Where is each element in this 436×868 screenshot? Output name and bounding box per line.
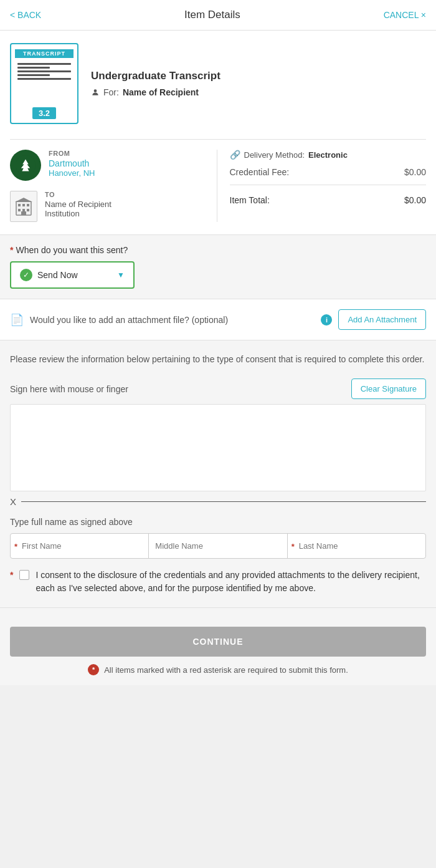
consent-checkbox[interactable] [19, 570, 29, 580]
send-now-label: Send Now [37, 270, 78, 280]
building-icon [10, 191, 37, 222]
svg-rect-4 [22, 204, 25, 206]
to-institution: Institution [45, 209, 111, 218]
required-note-star-icon: * [88, 664, 99, 675]
page-title: Item Details [184, 9, 240, 21]
consent-intro: Please review the information below pert… [10, 353, 426, 366]
last-name-input[interactable] [288, 534, 425, 558]
info-icon[interactable]: i [321, 314, 332, 326]
svg-rect-8 [27, 209, 29, 211]
delivery-label: Delivery Method: [244, 150, 305, 160]
middle-name-field[interactable] [149, 534, 287, 558]
send-when-label: When do you want this sent? [16, 245, 128, 255]
transcript-icon-title: TRANSCRIPT [15, 49, 73, 58]
transcript-line [17, 78, 71, 80]
item-total-value: $0.00 [404, 195, 426, 205]
item-title: Undergraduate Transcript [91, 70, 220, 82]
bottom-section: CONTINUE * All items marked with a red a… [0, 608, 436, 685]
svg-point-0 [94, 89, 97, 92]
svg-rect-9 [21, 211, 26, 215]
consent-required-star: * [10, 570, 13, 580]
svg-rect-6 [18, 209, 21, 211]
send-when-dropdown[interactable]: ✓ Send Now ▼ [10, 261, 135, 289]
signature-area: Sign here with mouse or finger Clear Sig… [10, 379, 426, 517]
first-name-input[interactable] [11, 534, 148, 558]
name-label: Type full name as signed above [10, 517, 426, 527]
consent-check-row: * I consent to the disclosure of the cre… [10, 569, 426, 595]
item-info: Undergraduate Transcript For: Name of Re… [91, 70, 220, 97]
clear-signature-button[interactable]: Clear Signature [351, 379, 426, 399]
signature-line [21, 501, 426, 502]
check-circle-icon: ✓ [20, 269, 32, 281]
transcript-icon: TRANSCRIPT 3.2 [10, 43, 78, 124]
attachment-section: 📄 Would you like to add an attachment fi… [0, 299, 436, 340]
transcript-badge: 3.2 [32, 107, 56, 119]
credential-fee-label: Credential Fee: [230, 167, 290, 177]
delivery-icon: 🔗 [230, 150, 240, 160]
middle-name-input[interactable] [149, 534, 287, 558]
from-location: Hanover, NH [49, 168, 95, 178]
cancel-button[interactable]: CANCEL × [384, 10, 426, 20]
svg-rect-7 [22, 209, 25, 211]
last-name-field[interactable]: * [288, 534, 425, 558]
svg-rect-3 [18, 204, 21, 206]
sign-instruction: Sign here with mouse or finger [10, 384, 128, 394]
required-note-text: All items marked with a red asterisk are… [104, 665, 348, 675]
recipient-name: Name of Recipient [123, 87, 199, 97]
credential-fee-value: $0.00 [404, 167, 426, 177]
svg-marker-10 [15, 198, 32, 202]
send-when-section: * When do you want this sent? ✓ Send Now… [0, 234, 436, 299]
chevron-down-icon: ▼ [117, 271, 125, 279]
dartmouth-logo [10, 150, 41, 181]
transcript-line [17, 67, 50, 69]
transcript-line [17, 74, 50, 76]
first-name-required-star: * [14, 541, 17, 551]
transcript-line [17, 70, 71, 72]
last-name-required-star: * [291, 541, 295, 551]
delivery-value: Electronic [308, 150, 348, 160]
add-attachment-button[interactable]: Add An Attachment [338, 309, 426, 330]
signature-x: X [10, 496, 16, 507]
consent-text: I consent to the disclosure of the crede… [36, 569, 426, 595]
back-button[interactable]: < BACK [10, 10, 41, 20]
item-total-label: Item Total: [230, 195, 270, 205]
transcript-line [17, 63, 71, 65]
name-fields: * * [10, 533, 426, 559]
to-label: TO [45, 191, 111, 198]
to-name: Name of Recipient [45, 200, 111, 209]
consent-section: Please review the information below pert… [0, 340, 436, 608]
svg-rect-5 [27, 204, 29, 206]
attachment-icon: 📄 [10, 313, 24, 327]
first-name-field[interactable]: * [11, 534, 149, 558]
continue-button[interactable]: CONTINUE [10, 627, 426, 657]
item-details-card: TRANSCRIPT 3.2 Undergraduate Transcript … [0, 31, 436, 234]
signature-canvas[interactable] [10, 404, 426, 491]
from-label: FROM [49, 150, 95, 157]
required-star: * [10, 245, 13, 255]
institution-icon [15, 196, 32, 216]
dartmouth-tree-icon [16, 155, 36, 175]
header: < BACK Item Details CANCEL × [0, 0, 436, 31]
from-name: Dartmouth [49, 158, 95, 168]
attachment-text: Would you like to add an attachment file… [30, 315, 315, 325]
for-label: For: [103, 87, 119, 97]
person-icon [91, 88, 100, 97]
